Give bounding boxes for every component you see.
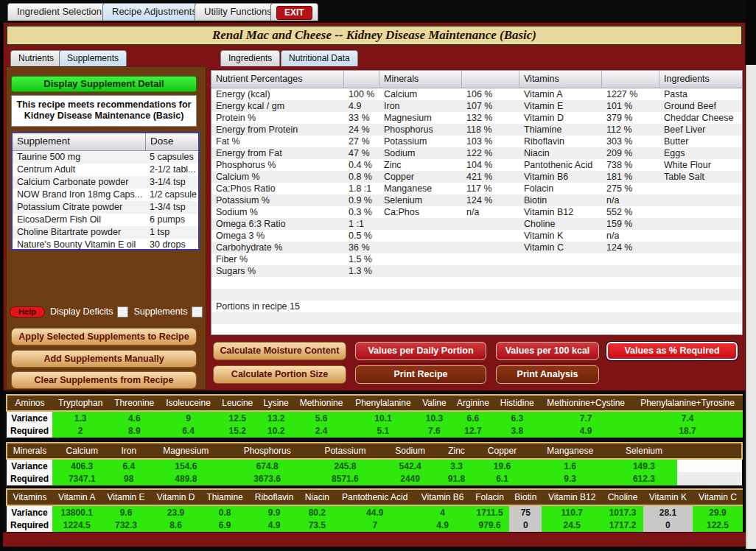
vitamins-header[interactable]: Vitamins bbox=[519, 71, 602, 88]
mineral-column-header: Copper bbox=[475, 443, 530, 459]
amino-variance-value: 10.1 bbox=[349, 411, 417, 424]
ingredient-name: Cheddar Cheese bbox=[659, 112, 742, 124]
supplement-row[interactable]: Taurine 500 mg 5 capsules bbox=[13, 151, 198, 164]
vitamin-required-value: 6.9 bbox=[200, 519, 248, 532]
clear-supplements-button[interactable]: Clear Supplements from Recipe bbox=[11, 371, 197, 389]
mineral-column-header: Phosphorus bbox=[226, 443, 309, 459]
supplements-checkbox[interactable] bbox=[192, 306, 203, 317]
vitamin-column-header: Riboflavin bbox=[249, 489, 300, 505]
vitamin-label: Niacin bbox=[519, 147, 602, 159]
supplement-name: Taurine 500 mg bbox=[13, 151, 145, 164]
vitamin-required-value: 979.6 bbox=[470, 519, 509, 532]
supplement-column-header[interactable]: Supplement bbox=[13, 133, 145, 150]
ingredient-name: Beef Liver bbox=[659, 124, 742, 136]
vitamin-variance-value: 75 bbox=[509, 505, 542, 519]
amino-column-header: Leucine bbox=[217, 395, 259, 411]
tab-exit[interactable]: EXIT bbox=[270, 3, 318, 21]
mineral-values-header[interactable] bbox=[462, 71, 519, 88]
values-as-percent-required-button[interactable]: Values as % Required bbox=[606, 342, 738, 360]
mineral-column-header: Calcium bbox=[52, 443, 112, 459]
dose-column-header[interactable]: Dose bbox=[145, 133, 198, 150]
vitamins-variance-row: Variance 13800.1 9.6 23.9 0.8 9.9 80.2 4… bbox=[7, 505, 743, 519]
nutrient-value: 24 % bbox=[344, 124, 379, 136]
vitamin-required-value: 7 bbox=[335, 519, 415, 532]
mineral-value: 103 % bbox=[462, 136, 519, 147]
tab-ingredient-selection[interactable]: Ingredient Selection bbox=[7, 3, 111, 21]
minerals-table: Minerals Calcium Iron Magnesium Phosphor… bbox=[6, 442, 743, 485]
nutrient-values-header[interactable] bbox=[344, 71, 379, 88]
nutrient-value: 0.4 % bbox=[344, 159, 379, 171]
vitamin-label: Vitamin E bbox=[519, 100, 602, 112]
mineral-column-header: Manganese bbox=[530, 443, 611, 459]
supplement-row[interactable]: Potassium Citrate powder 1-3/4 tsp bbox=[13, 201, 198, 214]
nutrient-value: 0.8 % bbox=[344, 171, 379, 183]
vitamin-required-value: 4.9 bbox=[249, 519, 300, 532]
values-per-100-kcal-button[interactable]: Values per 100 kcal bbox=[496, 342, 599, 360]
vitamin-value: 275 % bbox=[602, 183, 659, 194]
print-analysis-button[interactable]: Print Analysis bbox=[496, 365, 599, 384]
nutrient-label: Calcium % bbox=[211, 171, 344, 183]
amino-required-value: 2.4 bbox=[294, 424, 349, 438]
vitamin-variance-value: 1711.5 bbox=[470, 505, 509, 519]
calculate-moisture-content-button[interactable]: Calculate Moisture Content bbox=[213, 342, 346, 360]
minerals-header[interactable]: Minerals bbox=[379, 71, 462, 88]
calculate-portion-size-button[interactable]: Calculate Portion Size bbox=[213, 365, 346, 384]
supplement-row[interactable]: Nature's Bounty Vitamin E oil 30 drops bbox=[13, 239, 198, 251]
tab-ingredients[interactable]: Ingredients bbox=[220, 50, 280, 66]
ingredient-name: Table Salt bbox=[659, 171, 742, 183]
amino-variance-value: 12.5 bbox=[217, 411, 259, 424]
vitamin-values-header[interactable] bbox=[602, 71, 659, 88]
amino-column-header: Tryptophan bbox=[52, 395, 108, 411]
mineral-label: Zinc bbox=[379, 159, 462, 171]
tab-supplements[interactable]: Supplements bbox=[59, 50, 127, 66]
mineral-column-header: Potassium bbox=[309, 443, 382, 459]
mineral-column-header: Magnesium bbox=[146, 443, 226, 459]
nutrient-label: Fiber % bbox=[211, 253, 344, 265]
display-deficits-checkbox[interactable] bbox=[117, 306, 128, 317]
display-supplement-detail-button[interactable]: Display Supplement Detail bbox=[11, 76, 197, 92]
add-supplements-button[interactable]: Add Supplements Manually bbox=[11, 350, 197, 368]
mineral-label: Iron bbox=[379, 100, 462, 112]
vitamins-required-row: Required 1224.5 732.3 8.6 6.9 4.9 73.5 7… bbox=[7, 519, 743, 532]
mineral-label bbox=[379, 265, 462, 277]
vitamin-value: 124 % bbox=[602, 242, 659, 253]
tab-recipe-adjustments[interactable]: Recipe Adjustments bbox=[102, 3, 206, 21]
supplement-row[interactable]: NOW Brand Iron 18mg Caps... 1/2 capsule bbox=[13, 189, 198, 201]
vitamin-required-value: 122.5 bbox=[693, 519, 743, 532]
mineral-value: n/a bbox=[462, 206, 519, 218]
supplement-row[interactable]: Centrum Adult 2-1/2 tabl... bbox=[13, 164, 198, 176]
aminos-table-title: Aminos bbox=[7, 395, 52, 411]
print-recipe-button[interactable]: Print Recipe bbox=[355, 365, 486, 384]
amino-required-value: 4.9 bbox=[539, 424, 632, 438]
tab-nutrients[interactable]: Nutrients bbox=[10, 50, 62, 66]
ingredient-name bbox=[659, 253, 742, 265]
mineral-required-value: 9.3 bbox=[530, 472, 611, 485]
tab-utility-functions[interactable]: Utility Functions bbox=[195, 3, 281, 21]
supplement-row[interactable]: EicosaDerm Fish Oil 6 pumps bbox=[13, 214, 198, 226]
nutrient-percentages-header[interactable]: Nutrient Percentages bbox=[211, 71, 344, 88]
help-button[interactable]: Help bbox=[10, 306, 45, 317]
ingredients-header[interactable]: Ingredients bbox=[659, 71, 742, 88]
values-per-daily-portion-button[interactable]: Values per Daily Portion bbox=[355, 342, 486, 360]
vitamins-table: Vitamins Vitamin A Vitamin E Vitamin D T… bbox=[6, 488, 743, 532]
vitamin-value: 101 % bbox=[602, 100, 659, 112]
ingredient-name bbox=[659, 206, 742, 218]
exit-button[interactable]: EXIT bbox=[276, 6, 312, 20]
tab-nutritional-data[interactable]: Nutritional Data bbox=[281, 50, 358, 66]
supplement-name: EicosaDerm Fish Oil bbox=[13, 214, 145, 226]
supplement-row[interactable]: Choline Bitartrate powder 1 tsp bbox=[13, 226, 198, 239]
mineral-required-value: 489.8 bbox=[146, 472, 226, 485]
vitamin-value: 209 % bbox=[602, 147, 659, 159]
amino-required-value: 5.1 bbox=[349, 424, 417, 438]
amino-required-value: 18.7 bbox=[632, 424, 743, 438]
supplement-row[interactable]: Calcium Carbonate powder 3-1/4 tsp bbox=[13, 176, 198, 189]
supplement-name: NOW Brand Iron 18mg Caps... bbox=[13, 189, 145, 201]
nutritional-table-row: Fat % 27 % Potassium 103 % Riboflavin 30… bbox=[211, 136, 742, 147]
mineral-variance-value: 674.8 bbox=[226, 459, 309, 472]
amino-variance-value: 13.2 bbox=[259, 411, 294, 424]
vitamin-variance-value: 9.9 bbox=[249, 505, 300, 519]
ingredient-name: White Flour bbox=[659, 159, 742, 171]
vitamin-value: 303 % bbox=[602, 136, 659, 147]
vitamin-required-value: 8.6 bbox=[151, 519, 201, 532]
apply-supplements-button[interactable]: Apply Selected Supplements to Recipe bbox=[11, 328, 197, 345]
